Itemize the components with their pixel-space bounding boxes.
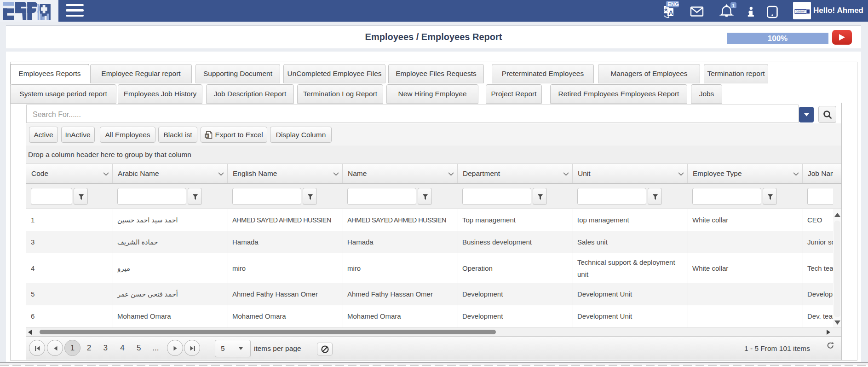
svg-text:CLOUDSOFT: CLOUDSOFT: [796, 10, 805, 13]
svg-text:1: 1: [732, 3, 735, 8]
svg-text:A: A: [669, 9, 673, 16]
svg-text:ENG: ENG: [667, 1, 679, 7]
svg-text:x: x: [206, 134, 208, 138]
